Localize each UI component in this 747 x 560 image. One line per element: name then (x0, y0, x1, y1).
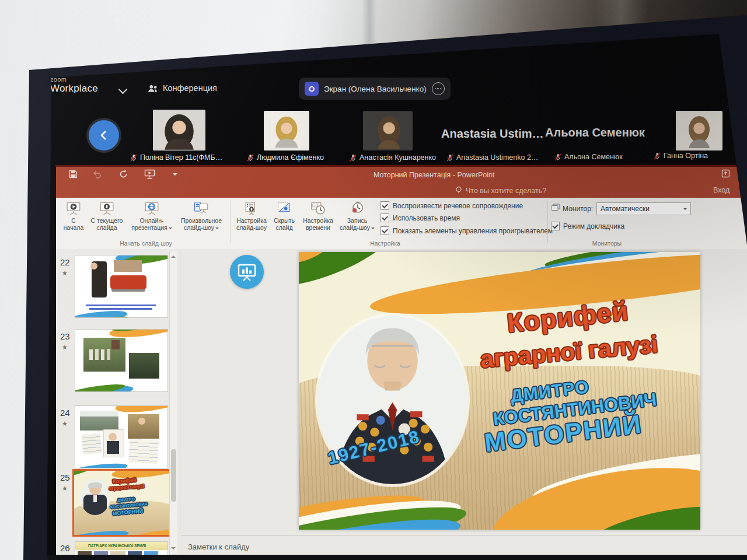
tab-animations[interactable]: Анимация (257, 0, 301, 14)
person-portrait (676, 111, 722, 150)
setup-slideshow-button[interactable]: Настройка слайд-шоу (233, 201, 270, 231)
current-slide[interactable]: 1927-2018 Корифей аграрної галузі ДМИТРО… (299, 252, 700, 530)
zoom-workplace-logo: zoom Workplace (50, 76, 98, 94)
tell-me-box[interactable]: Что вы хотите сделать? (455, 186, 546, 195)
from-beginning-button[interactable]: С начала (61, 201, 86, 231)
tab-insert[interactable]: Вставка (134, 0, 170, 14)
checkbox-row-media-controls[interactable]: Показать элементы управления проигрывате… (381, 226, 553, 235)
save-icon[interactable] (69, 170, 78, 178)
chevron-down-icon[interactable] (118, 85, 128, 94)
tab-design[interactable]: Дизайн (173, 0, 210, 14)
participant-name-badge: Поліна Вітер 11с(ФМБ… (128, 152, 226, 163)
checkbox-row-timings[interactable]: Использовать время (381, 214, 460, 222)
monitor-icon (551, 204, 560, 212)
participant-name: Альона Семенюк (564, 153, 623, 161)
scrollbar-thumb[interactable] (171, 449, 176, 502)
muted-mic-icon (446, 154, 453, 162)
animation-star-icon: ★ (62, 420, 68, 428)
ribbon-tab-row (56, 184, 747, 198)
record-slideshow-button[interactable]: Запись слайд-шоу (338, 201, 376, 231)
hide-slide-button[interactable]: Скрыть слайд (271, 201, 298, 231)
participant-video (264, 111, 309, 150)
custom-slideshow-button[interactable]: Произвольное слайд-шоу (176, 201, 226, 231)
presentation-board-icon (236, 261, 258, 283)
tab-file[interactable]: Файл (62, 0, 91, 14)
participant-name: Людмила Єфіменко (257, 153, 324, 162)
participant-name: Anastasia Ustimenko 2… (456, 153, 538, 162)
notes-divider[interactable] (181, 535, 747, 536)
participant-display-name: Anastasia Ustim… (441, 127, 544, 141)
thumbnails-scrollbar[interactable] (169, 251, 177, 554)
photo-figure (101, 349, 104, 360)
notes-placeholder[interactable]: Заметки к слайду (188, 542, 249, 551)
mini-portrait-oval (80, 479, 110, 515)
slide-thumbnail-23[interactable] (75, 329, 168, 392)
shared-presentation-badge[interactable] (230, 255, 264, 289)
checkbox-checked-icon[interactable] (381, 226, 389, 235)
slide-number: 22 (60, 257, 73, 267)
tab-view[interactable]: Вид (423, 0, 448, 14)
muted-mic-icon (247, 154, 254, 162)
scroll-up-icon[interactable] (171, 253, 176, 258)
shared-screen-pill[interactable]: О Экран (Олена Васильченко) (299, 78, 451, 100)
record-slideshow-icon (350, 201, 365, 216)
slide-thumbnail-22[interactable] (75, 255, 168, 318)
back-button[interactable] (89, 120, 119, 150)
panel-divider (180, 249, 180, 535)
sign-in-link[interactable]: Вход (713, 186, 729, 194)
online-presentation-button[interactable]: Онлайн-презентация (130, 201, 174, 231)
slide-thumbnail-24[interactable] (75, 405, 168, 468)
more-options-icon[interactable] (432, 82, 445, 95)
slide-thumbnail-25-selected[interactable]: Корифей аграрної галузі ДМИТРО КОСТЯНТИН… (72, 469, 172, 537)
photo-of-laptop: zoom Workplace Конференция О Экран (Олен… (0, 0, 747, 560)
person-portrait (264, 111, 309, 150)
rehearse-timings-button[interactable]: Настройка времени (299, 201, 337, 231)
tab-transitions[interactable]: Переходы (212, 0, 254, 14)
checkbox-row-narration[interactable]: Воспроизвести речевое сопровождение (381, 201, 523, 210)
dropdown-arrow-icon (169, 228, 172, 231)
scroll-down-icon[interactable] (171, 547, 176, 552)
tell-me-label: Что вы хотите сделать? (466, 187, 546, 195)
slideshow-current-icon (99, 201, 114, 216)
photo-face (90, 262, 97, 270)
group-label-monitors: Мониторы (560, 240, 654, 247)
decor-swoosh-green (299, 252, 402, 301)
checkbox-checked-icon[interactable] (381, 214, 389, 222)
online-presentation-icon (144, 201, 159, 216)
participant-name-badge: Ганна Ортіна (652, 150, 711, 161)
photo-figure (89, 349, 93, 360)
muted-mic-icon (350, 154, 357, 162)
photo-face (138, 418, 145, 425)
checkbox-label: Воспроизвести речевое сопровождение (393, 202, 523, 210)
tab-home[interactable]: Главная (93, 0, 132, 14)
monitor-select[interactable]: Автоматически (596, 202, 691, 215)
shared-screen-label: Экран (Олена Васильченко) (324, 85, 427, 93)
chevron-left-icon (97, 129, 110, 142)
mini-title: аграрної галузі (109, 484, 144, 491)
checkbox-label: Показать элементы управления проигрывате… (393, 227, 553, 235)
window-title: Моторний Презентація - PowerPoint (374, 171, 494, 179)
checkbox-checked-icon[interactable] (551, 222, 560, 230)
photo-building (80, 411, 118, 430)
conference-label: Конференция (163, 83, 217, 93)
undo-icon[interactable] (92, 170, 102, 178)
muted-mic-icon (554, 153, 561, 161)
conference-menu[interactable]: Конференция (147, 83, 217, 93)
checkbox-checked-icon[interactable] (381, 201, 389, 210)
qat-customize-icon[interactable] (173, 173, 177, 178)
from-current-slide-button[interactable]: С текущего слайда (88, 201, 126, 231)
person-portrait (153, 110, 205, 150)
checkbox-row-presenter-view[interactable]: Режим докладчика (551, 222, 624, 230)
participant-video (153, 110, 205, 150)
photo-banner (114, 260, 142, 272)
slide-number: 24 (60, 408, 73, 418)
tab-slideshow[interactable]: Слайд-шоу (302, 0, 350, 14)
lightbulb-icon (455, 186, 462, 195)
ribbon-display-options-icon[interactable] (721, 169, 730, 178)
photo-red-machine (110, 275, 146, 289)
participant-video (676, 111, 722, 150)
participant-display-name: Альона Семенюк (545, 126, 645, 139)
start-slideshow-icon[interactable] (144, 169, 155, 179)
button-label: Настройка слайд-шоу (233, 217, 270, 231)
redo-icon[interactable] (118, 169, 128, 179)
